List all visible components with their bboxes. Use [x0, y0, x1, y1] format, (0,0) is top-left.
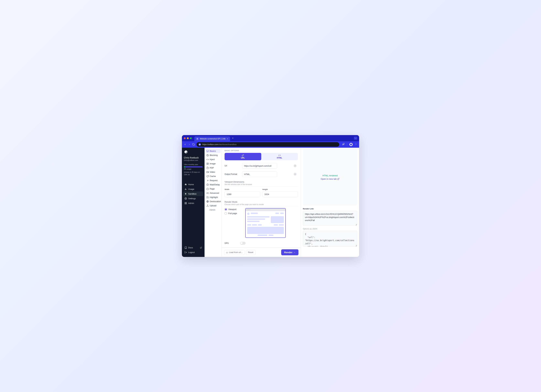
address-text: https://urlbox.com/dashboard/sandbox	[202, 143, 237, 146]
form-footer: Load from url... Reset Render →	[222, 248, 301, 257]
result-status: HTML rendered	[323, 174, 338, 177]
source-type-tabs: URL HTML	[224, 153, 298, 160]
url-label: Url	[224, 165, 240, 167]
address-bar[interactable]: https://urlbox.com/dashboard/sandbox	[197, 142, 339, 147]
radio-icon	[224, 212, 227, 215]
config-tab-page[interactable]: Page	[206, 187, 221, 191]
svg-point-1	[356, 143, 356, 144]
nav-reload-button[interactable]	[192, 143, 195, 146]
width-label: Width	[224, 188, 260, 190]
nav-sandbox[interactable]: Sandbox	[183, 191, 203, 196]
tab-title: Website screenshot API | Urlb	[200, 138, 226, 140]
window-maximize-button[interactable]	[190, 137, 192, 139]
config-tab-basics[interactable]: Basics	[206, 149, 221, 153]
config-tab-blocking[interactable]: Blocking	[206, 153, 221, 157]
browser-window: Website screenshot API | Urlb × + ⌄ http…	[182, 135, 359, 257]
user-email: chris@urlbox.com	[184, 159, 203, 161]
render-link-label: Render Link	[303, 208, 357, 210]
config-tab-cache[interactable]: Cache	[206, 174, 221, 178]
svg-marker-13	[208, 172, 208, 173]
render-link-textarea[interactable]	[303, 211, 357, 226]
profile-avatar-icon[interactable]	[349, 143, 353, 146]
config-tab-admin-sub[interactable]: Admin	[206, 208, 221, 212]
user-name: Chris Roebuck	[184, 156, 203, 159]
nav-logout[interactable]: Logout	[183, 250, 203, 255]
nav-usage[interactable]: Usage	[183, 187, 203, 191]
svg-point-2	[356, 144, 356, 144]
nav-sandbox-label: Sandbox	[188, 193, 197, 195]
form-panel: BASIC OPTIONS URL HTML Url	[222, 148, 301, 257]
config-tab-inject[interactable]: Inject	[206, 157, 221, 161]
radio-viewport[interactable]: Viewport	[224, 208, 242, 211]
config-tab-advanced[interactable]: Advanced	[206, 191, 221, 195]
app-body: Chris Roebuck chris@urlbox.com Ultra mon…	[182, 148, 359, 257]
reset-button[interactable]: Reset	[246, 250, 255, 255]
config-tab-video[interactable]: Video	[206, 170, 221, 174]
config-tab-highlight[interactable]: Highlight	[206, 195, 221, 199]
height-label: Height	[262, 188, 298, 190]
browser-titlebar: Website screenshot API | Urlb × + ⌄	[182, 135, 359, 141]
renew-text: renews in 20 days on 13th Jul	[184, 171, 203, 176]
svg-rect-5	[185, 202, 185, 203]
gpu-label: GPU	[224, 242, 240, 244]
divider	[224, 206, 298, 206]
nav-home[interactable]: Home	[183, 182, 203, 187]
tabs-dropdown-icon[interactable]: ⌄	[354, 137, 357, 139]
load-from-url-button[interactable]: Load from url...	[224, 250, 245, 255]
nav-settings-label: Settings	[188, 197, 196, 200]
render-mode-title: Render Mode	[224, 201, 298, 203]
config-tab-geolocation[interactable]: Geolocation	[206, 199, 221, 203]
nav-forward-button[interactable]	[188, 143, 191, 146]
format-label: Output Format	[224, 173, 240, 175]
url-clear-icon[interactable]: ×	[294, 164, 297, 167]
browser-tab[interactable]: Website screenshot API | Urlb ×	[194, 136, 230, 141]
render-mode-desc: Choose which part of the page you want t…	[224, 203, 298, 205]
format-input[interactable]	[242, 171, 277, 177]
gpu-toggle[interactable]	[240, 242, 246, 245]
window-minimize-button[interactable]	[187, 137, 189, 139]
window-close-button[interactable]	[184, 137, 186, 139]
browser-toolbar: https://urlbox.com/dashboard/sandbox	[182, 141, 359, 148]
nav-docs[interactable]: Docs	[183, 245, 203, 250]
format-clear-icon[interactable]: ×	[294, 173, 297, 176]
url-input[interactable]	[242, 163, 277, 169]
render-preview	[245, 208, 298, 238]
app-sidebar: Chris Roebuck chris@urlbox.com Ultra mon…	[182, 148, 204, 257]
config-tab-wait-delay[interactable]: Wait/Delay	[206, 183, 221, 187]
main-content: BASIC OPTIONS URL HTML Url	[222, 148, 359, 257]
nav-settings[interactable]: Settings	[183, 196, 203, 201]
tab-favicon-icon	[196, 138, 198, 140]
extensions-icon[interactable]	[342, 143, 345, 146]
svg-point-0	[199, 144, 200, 145]
source-tab-html[interactable]: HTML	[261, 153, 298, 160]
traffic-lights	[184, 137, 192, 139]
open-new-tab-link[interactable]: Open in new tab	[321, 178, 339, 180]
config-tab-pdf[interactable]: PDF	[206, 166, 221, 170]
divider	[224, 186, 298, 186]
width-input[interactable]	[224, 191, 260, 197]
config-tab-request[interactable]: Request	[206, 178, 221, 182]
tab-close-icon[interactable]: ×	[227, 138, 228, 140]
result-card: HTML rendered Open in new tab	[303, 149, 357, 206]
nav-admin[interactable]: Admin	[183, 201, 203, 206]
radio-fullpage[interactable]: Full page	[224, 212, 242, 215]
nav-back-button[interactable]	[184, 143, 187, 146]
nav-docs-label: Docs	[188, 246, 193, 249]
output-panel: HTML rendered Open in new tab Render Lin…	[301, 148, 359, 257]
new-tab-button[interactable]: +	[232, 137, 234, 139]
source-tab-url[interactable]: URL	[224, 153, 261, 160]
nav-logout-label: Logout	[188, 251, 195, 253]
svg-rect-14	[207, 171, 208, 173]
browser-menu-icon[interactable]	[355, 143, 357, 146]
svg-point-3	[356, 145, 356, 145]
options-label: Options as JSON	[303, 228, 357, 230]
config-tab-upload[interactable]: Upload	[206, 204, 221, 208]
config-tab-image[interactable]: Image	[206, 162, 221, 166]
radio-icon	[224, 208, 227, 211]
site-info-icon[interactable]	[198, 143, 201, 146]
svg-point-12	[207, 163, 208, 164]
usage-bar	[184, 166, 203, 167]
height-input[interactable]	[262, 191, 298, 197]
render-button[interactable]: Render →	[281, 249, 298, 255]
options-json-textarea[interactable]	[303, 231, 357, 247]
